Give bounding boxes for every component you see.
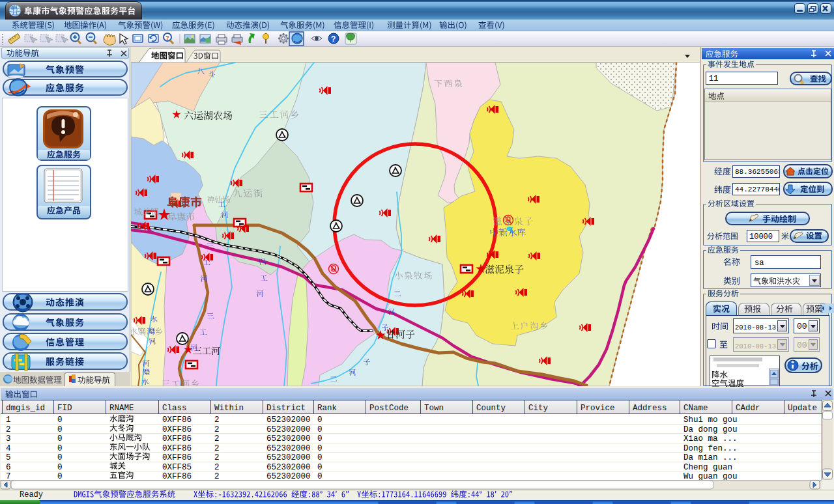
svg-text:?: ? <box>331 35 336 44</box>
svg-text:?: ? <box>165 35 169 41</box>
